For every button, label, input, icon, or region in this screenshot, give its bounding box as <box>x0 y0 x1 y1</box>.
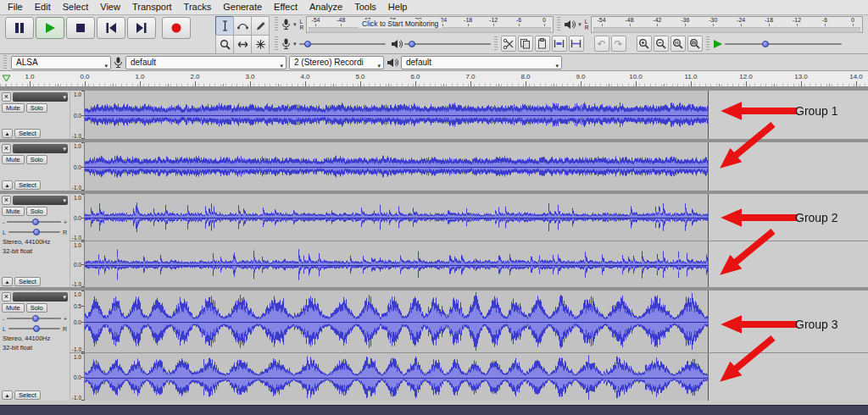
mute-button[interactable]: Mute <box>2 207 25 216</box>
silence-audio-button[interactable] <box>569 36 584 52</box>
playback-volume-slider[interactable] <box>404 43 491 45</box>
gripper[interactable] <box>706 36 709 52</box>
stop-button[interactable] <box>66 17 95 39</box>
track-title-dropdown[interactable]: ▾ <box>13 292 68 302</box>
zoom-in-button[interactable] <box>637 36 652 52</box>
timeshift-tool-button[interactable] <box>233 35 252 54</box>
chevron-down-icon[interactable]: ▾ <box>293 41 297 47</box>
waveform-area[interactable] <box>85 194 868 241</box>
vertical-scale-ruler[interactable]: 1.00.0-1.0 <box>70 353 85 401</box>
undo-button[interactable]: ↶ <box>594 36 609 52</box>
menu-file[interactable]: File <box>2 0 29 14</box>
menu-analyze[interactable]: Analyze <box>303 0 348 14</box>
slider-knob[interactable] <box>762 41 769 47</box>
paste-button[interactable] <box>535 36 550 52</box>
chevron-down-icon[interactable]: ▾ <box>578 21 581 28</box>
horizontal-scrollbar[interactable] <box>0 405 868 415</box>
slider-knob[interactable] <box>409 41 415 47</box>
playback-device-select[interactable]: default▾ <box>401 56 562 69</box>
collapse-track-button[interactable]: ▲ <box>2 180 13 190</box>
zoom-out-button[interactable] <box>654 36 669 52</box>
pan-slider[interactable]: LR <box>2 324 68 333</box>
monitor-text[interactable]: Click to Start Monitoring <box>359 19 442 28</box>
mute-button[interactable]: Mute <box>2 155 25 164</box>
recording-device-select[interactable]: default▾ <box>125 56 287 69</box>
waveform-canvas[interactable] <box>85 194 709 241</box>
waveform-area[interactable] <box>85 290 868 352</box>
multi-tool-button[interactable] <box>251 35 270 54</box>
track-title-dropdown[interactable]: ▾ <box>13 144 68 153</box>
waveform-canvas[interactable] <box>85 290 709 352</box>
waveform-area[interactable] <box>85 353 868 401</box>
track-title-dropdown[interactable]: ▾ <box>13 92 68 102</box>
menu-transport[interactable]: Transport <box>126 0 178 14</box>
select-button[interactable]: Select <box>14 180 41 190</box>
slider-track[interactable] <box>7 318 61 319</box>
slider-track[interactable] <box>7 221 61 223</box>
select-button[interactable]: Select <box>14 129 41 138</box>
menu-generate[interactable]: Generate <box>217 0 268 14</box>
trim-audio-button[interactable] <box>552 36 567 52</box>
gain-slider[interactable]: -+ <box>2 314 68 323</box>
solo-button[interactable]: Solo <box>26 303 47 313</box>
selection-tool-button[interactable] <box>215 16 234 36</box>
slider-knob[interactable] <box>33 325 40 332</box>
vertical-scale-ruler[interactable]: 1.00.0-1.0 <box>70 194 85 241</box>
collapse-track-button[interactable]: ▲ <box>2 129 13 138</box>
recording-volume-slider[interactable] <box>299 43 386 45</box>
menu-tracks[interactable]: Tracks <box>178 0 218 14</box>
recording-meter[interactable]: Click to Start Monitoring -54-48-42-36-3… <box>306 16 554 33</box>
waveform-area[interactable] <box>85 142 868 191</box>
close-track-button[interactable]: × <box>2 92 11 102</box>
menu-effect[interactable]: Effect <box>268 0 303 14</box>
gripper[interactable] <box>3 55 7 70</box>
slider-track[interactable] <box>8 328 60 329</box>
recording-channels-select[interactable]: 2 (Stereo) Recordi▾ <box>289 56 384 69</box>
chevron-down-icon[interactable]: ▾ <box>293 21 297 28</box>
vertical-scale-ruler[interactable]: 1.00.0-1.0 <box>70 241 85 287</box>
zoom-tool-button[interactable] <box>215 35 234 54</box>
menu-tools[interactable]: Tools <box>348 0 382 14</box>
gripper[interactable] <box>494 36 498 52</box>
vertical-scale-ruler[interactable]: 1.00.0-1.0 <box>70 142 85 191</box>
slider-knob[interactable] <box>32 315 39 322</box>
play-speed-slider[interactable] <box>725 43 842 45</box>
select-button[interactable]: Select <box>14 390 41 400</box>
gain-slider[interactable]: -+ <box>2 218 68 226</box>
collapse-track-button[interactable]: ▲ <box>2 390 13 400</box>
copy-button[interactable] <box>518 36 533 52</box>
gripper[interactable] <box>557 17 560 32</box>
pause-button[interactable] <box>5 17 34 39</box>
playback-meter[interactable]: -54-48-42-36-30-24-18-12-60 <box>591 16 863 33</box>
zoom-fit-button[interactable] <box>687 36 703 52</box>
skip-to-start-button[interactable] <box>97 17 125 39</box>
waveform-area[interactable] <box>85 91 868 139</box>
close-track-button[interactable]: × <box>2 292 11 302</box>
draw-tool-button[interactable] <box>251 16 270 36</box>
menu-help[interactable]: Help <box>382 0 414 14</box>
menu-select[interactable]: Select <box>57 0 95 14</box>
solo-button[interactable]: Solo <box>26 103 47 113</box>
audio-host-select[interactable]: ALSA▾ <box>11 56 111 69</box>
mute-button[interactable]: Mute <box>2 103 25 113</box>
skip-to-end-button[interactable] <box>127 17 156 39</box>
waveform-canvas[interactable] <box>85 91 709 139</box>
collapse-track-button[interactable]: ▲ <box>2 277 13 286</box>
slider-knob[interactable] <box>32 219 39 225</box>
play-button[interactable] <box>36 17 64 39</box>
waveform-area[interactable] <box>85 241 868 287</box>
play-at-speed-icon[interactable] <box>713 39 723 49</box>
waveform-canvas[interactable] <box>85 353 709 401</box>
gripper[interactable] <box>275 36 278 52</box>
vertical-scale-ruler[interactable]: 1.00.50.0-1.0 <box>70 290 85 352</box>
track-title-dropdown[interactable]: ▾ <box>13 196 68 205</box>
slider-track[interactable] <box>8 231 60 233</box>
waveform-canvas[interactable] <box>85 241 709 287</box>
gripper[interactable] <box>275 17 278 32</box>
close-track-button[interactable]: × <box>2 196 11 205</box>
waveform-canvas[interactable] <box>85 142 709 191</box>
mute-button[interactable]: Mute <box>2 303 25 313</box>
redo-button[interactable]: ↷ <box>611 36 626 52</box>
slider-knob[interactable] <box>33 229 40 235</box>
vertical-scale-ruler[interactable]: 1.00.0-1.0 <box>70 91 85 139</box>
